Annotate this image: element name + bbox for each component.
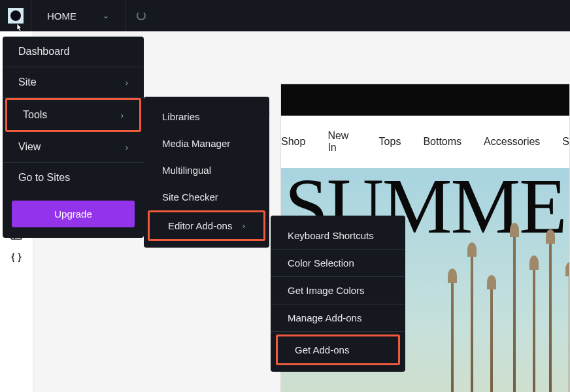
menu-label: Editor Add-ons bbox=[168, 220, 232, 231]
menu-item-libraries[interactable]: Libraries bbox=[144, 103, 269, 130]
site-nav: Shop New In Tops Bottoms Accessories S bbox=[281, 116, 569, 168]
menu-item-site[interactable]: Site › bbox=[3, 67, 144, 98]
cursor-pointer-icon bbox=[12, 21, 26, 41]
menu-item-site-checker[interactable]: Site Checker bbox=[144, 184, 269, 210]
menu-label: Media Manager bbox=[162, 138, 230, 149]
menu-item-get-image-colors[interactable]: Get Image Colors bbox=[271, 277, 405, 304]
menu-item-dashboard[interactable]: Dashboard bbox=[3, 37, 144, 67]
menu-item-tools[interactable]: Tools › bbox=[7, 100, 139, 130]
nav-item[interactable]: Tops bbox=[379, 136, 401, 148]
menu-label: Go to Sites bbox=[18, 172, 70, 184]
menu-label: Get Add-ons bbox=[295, 344, 349, 355]
nav-item[interactable]: Shop bbox=[281, 136, 305, 148]
top-bar: HOME ⌄ bbox=[0, 0, 570, 31]
nav-item[interactable]: New In bbox=[327, 130, 356, 154]
home-label: HOME bbox=[47, 10, 76, 22]
menu-label: Site Checker bbox=[162, 191, 218, 203]
menu-item-media-manager[interactable]: Media Manager bbox=[144, 130, 269, 157]
main-menu: Dashboard Site › Tools › View › Go to Si… bbox=[3, 37, 144, 238]
nav-item[interactable]: Bottoms bbox=[423, 136, 461, 148]
highlight-tools: Tools › bbox=[5, 98, 141, 132]
upgrade-button[interactable]: Upgrade bbox=[12, 201, 135, 227]
menu-item-manage-addons[interactable]: Manage Add-ons bbox=[271, 304, 405, 332]
loading-area bbox=[126, 0, 157, 31]
menu-label: Keyboard Shortcuts bbox=[288, 230, 374, 241]
tools-submenu: Libraries Media Manager Multilingual Sit… bbox=[144, 97, 269, 248]
menu-label: Manage Add-ons bbox=[288, 312, 361, 323]
site-header-bar bbox=[281, 84, 569, 116]
chevron-right-icon: › bbox=[126, 142, 128, 152]
nav-item[interactable]: Accessories bbox=[484, 136, 540, 148]
menu-label: Libraries bbox=[162, 111, 200, 122]
menu-label: Multilingual bbox=[162, 165, 211, 176]
menu-item-get-addons[interactable]: Get Add-ons bbox=[278, 336, 398, 363]
menu-item-editor-addons[interactable]: Editor Add-ons › bbox=[150, 212, 263, 239]
menu-item-view[interactable]: View › bbox=[3, 132, 144, 163]
nav-item[interactable]: S bbox=[562, 136, 569, 148]
highlight-get-addons: Get Add-ons bbox=[276, 335, 400, 365]
chevron-right-icon: › bbox=[243, 221, 245, 231]
menu-label: Site bbox=[18, 76, 37, 88]
menu-label: Tools bbox=[23, 109, 47, 121]
menu-label: View bbox=[18, 141, 41, 153]
menu-label: Color Selection bbox=[288, 257, 354, 269]
spinner-icon bbox=[137, 11, 146, 20]
chevron-down-icon: ⌄ bbox=[103, 11, 109, 20]
menu-item-go-to-sites[interactable]: Go to Sites bbox=[3, 163, 144, 193]
menu-item-keyboard-shortcuts[interactable]: Keyboard Shortcuts bbox=[271, 222, 405, 250]
chevron-right-icon: › bbox=[121, 110, 124, 120]
menu-label: Get Image Colors bbox=[288, 285, 365, 296]
chevron-right-icon: › bbox=[126, 78, 128, 88]
highlight-editor-addons: Editor Add-ons › bbox=[148, 210, 265, 241]
menu-item-multilingual[interactable]: Multilingual bbox=[144, 157, 269, 184]
editor-addons-submenu: Keyboard Shortcuts Color Selection Get I… bbox=[271, 216, 405, 372]
menu-label: Dashboard bbox=[18, 46, 69, 57]
home-dropdown[interactable]: HOME ⌄ bbox=[31, 0, 126, 31]
menu-item-color-selection[interactable]: Color Selection bbox=[271, 250, 405, 277]
code-braces-icon[interactable] bbox=[10, 251, 23, 264]
